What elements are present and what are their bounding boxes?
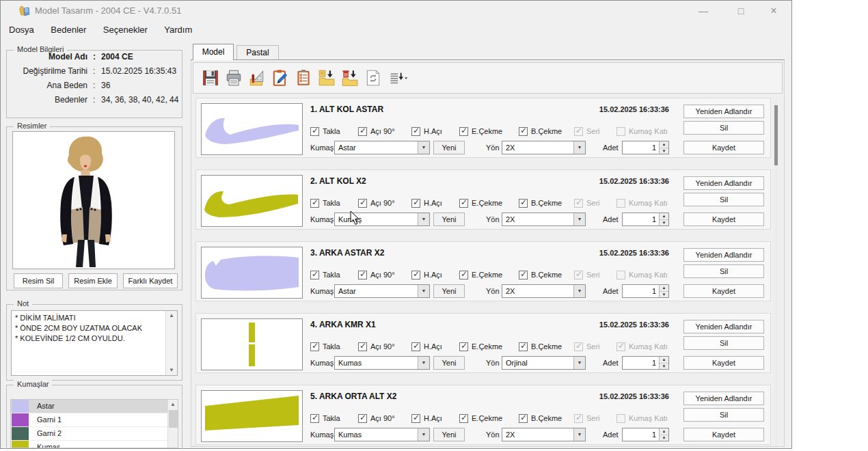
scroll-up-icon[interactable]: ▲: [168, 400, 178, 409]
checkbox-box[interactable]: [358, 271, 367, 279]
fabrics-scrollbar[interactable]: ▲: [167, 400, 178, 448]
stepper-up-icon[interactable]: ▲: [659, 357, 668, 363]
refresh-document-icon[interactable]: [363, 68, 383, 90]
rename-button[interactable]: Yeniden Adlandır: [683, 176, 764, 190]
checkbox-box[interactable]: [310, 199, 319, 208]
scroll-down-icon[interactable]: ▼: [166, 366, 177, 375]
folder-import-icon[interactable]: [316, 68, 337, 90]
checkbox-box[interactable]: [310, 414, 319, 423]
piece-thumbnail[interactable]: [201, 318, 303, 370]
menu-yardim[interactable]: Yardım: [157, 23, 199, 37]
save-button[interactable]: Kaydet: [683, 213, 764, 226]
aci90-checkbox[interactable]: Açı 90°: [358, 340, 395, 349]
pieces-scrollbar[interactable]: [774, 100, 778, 445]
fabric-select[interactable]: Astar▼: [334, 284, 430, 298]
haci-checkbox[interactable]: H.Açı: [411, 411, 442, 421]
takla-checkbox[interactable]: Takla: [310, 411, 340, 421]
edit-note-icon[interactable]: [270, 68, 290, 90]
aci90-checkbox[interactable]: Açı 90°: [358, 124, 395, 134]
aci90-checkbox[interactable]: Açı 90°: [358, 411, 395, 421]
tab-model[interactable]: Model: [193, 44, 234, 60]
checkbox-box[interactable]: [411, 271, 420, 279]
delete-button[interactable]: Sil: [683, 264, 764, 278]
piece-thumbnail[interactable]: [201, 175, 303, 227]
save-as-button[interactable]: Farklı Kaydet: [123, 273, 178, 288]
fabric-list-item[interactable]: Astar: [11, 400, 178, 413]
fabric-list-item[interactable]: Kumas: [11, 441, 178, 448]
direction-select[interactable]: 2X▼: [502, 428, 586, 441]
scrollbar-thumb[interactable]: [774, 105, 778, 165]
delete-button[interactable]: Sil: [683, 121, 764, 135]
delete-button[interactable]: Sil: [683, 408, 764, 422]
stepper-down-icon[interactable]: ▼: [659, 219, 668, 226]
save-button[interactable]: Kaydet: [683, 141, 764, 154]
chevron-down-icon[interactable]: ▼: [418, 213, 429, 226]
title-bar[interactable]: Model Tasarım - 2004 CE - V4.7.0.51 — □ …: [1, 1, 791, 21]
haci-checkbox[interactable]: H.Açı: [411, 268, 442, 277]
stepper-down-icon[interactable]: ▼: [659, 148, 668, 154]
chevron-down-icon[interactable]: ▼: [418, 428, 429, 441]
ecekme-checkbox[interactable]: E.Çekme: [459, 268, 502, 277]
stepper-down-icon[interactable]: ▼: [659, 363, 668, 369]
direction-select[interactable]: 2X▼: [502, 213, 586, 226]
checkbox-box[interactable]: [459, 127, 468, 136]
new-fabric-button[interactable]: Yeni: [433, 284, 465, 298]
new-fabric-button[interactable]: Yeni: [433, 428, 465, 441]
scroll-up-icon[interactable]: ▲: [166, 311, 177, 320]
chevron-down-icon[interactable]: ▼: [418, 141, 429, 154]
chevron-down-icon[interactable]: ▼: [418, 357, 429, 369]
add-image-button[interactable]: Resim Ekle: [68, 273, 118, 288]
stepper-up-icon[interactable]: ▲: [659, 428, 668, 435]
save-button[interactable]: Kaydet: [683, 284, 764, 298]
checkbox-box[interactable]: [310, 271, 319, 279]
stepper-up-icon[interactable]: ▲: [659, 213, 668, 219]
quantity-stepper[interactable]: 1▲▼: [622, 428, 669, 441]
takla-checkbox[interactable]: Takla: [310, 268, 340, 277]
fabric-list-item[interactable]: Garni 1: [11, 413, 178, 427]
aci90-checkbox[interactable]: Açı 90°: [358, 268, 395, 277]
bcekme-checkbox[interactable]: B.Çekme: [519, 124, 562, 134]
menu-dosya[interactable]: Dosya: [2, 23, 41, 37]
note-scrollbar[interactable]: ▲ ▼: [165, 311, 177, 375]
checkbox-box[interactable]: [411, 342, 420, 351]
rename-button[interactable]: Yeniden Adlandır: [683, 248, 764, 262]
takla-checkbox[interactable]: Takla: [310, 196, 340, 206]
ecekme-checkbox[interactable]: E.Çekme: [459, 196, 502, 206]
checkbox-box[interactable]: [411, 414, 420, 423]
quantity-stepper[interactable]: 1▲▼: [622, 213, 669, 226]
direction-select[interactable]: Orjinal▼: [502, 356, 586, 370]
rename-button[interactable]: Yeniden Adlandır: [683, 105, 764, 118]
checkbox-box[interactable]: [459, 271, 468, 279]
checkbox-box[interactable]: [358, 127, 367, 136]
scrollbar-thumb[interactable]: [169, 410, 178, 428]
save-icon[interactable]: [200, 68, 221, 90]
save-button[interactable]: Kaydet: [683, 428, 764, 441]
rename-button[interactable]: Yeniden Adlandır: [683, 320, 764, 333]
delete-image-button[interactable]: Resim Sil: [14, 273, 63, 288]
ecekme-checkbox[interactable]: E.Çekme: [459, 411, 502, 421]
takla-checkbox[interactable]: Takla: [310, 340, 340, 349]
chevron-down-icon[interactable]: ▼: [573, 213, 585, 226]
delete-button[interactable]: Sil: [683, 336, 764, 350]
tab-pastal[interactable]: Pastal: [236, 45, 279, 60]
folder-remove-icon[interactable]: [340, 68, 360, 90]
bcekme-checkbox[interactable]: B.Çekme: [519, 340, 562, 349]
checkbox-box[interactable]: [411, 127, 420, 136]
checkbox-box[interactable]: [519, 199, 528, 208]
piece-thumbnail[interactable]: [201, 247, 303, 299]
checkbox-box[interactable]: [459, 414, 468, 423]
piece-thumbnail[interactable]: [201, 103, 303, 155]
delete-button[interactable]: Sil: [683, 193, 764, 206]
haci-checkbox[interactable]: H.Açı: [411, 196, 442, 206]
menu-secenekler[interactable]: Seçenekler: [96, 23, 154, 37]
checkbox-box[interactable]: [519, 127, 528, 136]
bcekme-checkbox[interactable]: B.Çekme: [519, 268, 562, 277]
chevron-down-icon[interactable]: ▼: [573, 141, 585, 154]
checkbox-box[interactable]: [358, 342, 367, 351]
chevron-down-icon[interactable]: ▼: [418, 285, 429, 297]
new-fabric-button[interactable]: Yeni: [433, 141, 465, 154]
chevron-down-icon[interactable]: ▼: [573, 357, 585, 369]
fabric-select[interactable]: Astar▼: [334, 141, 430, 154]
checkbox-box[interactable]: [358, 414, 367, 423]
bcekme-checkbox[interactable]: B.Çekme: [519, 196, 562, 206]
